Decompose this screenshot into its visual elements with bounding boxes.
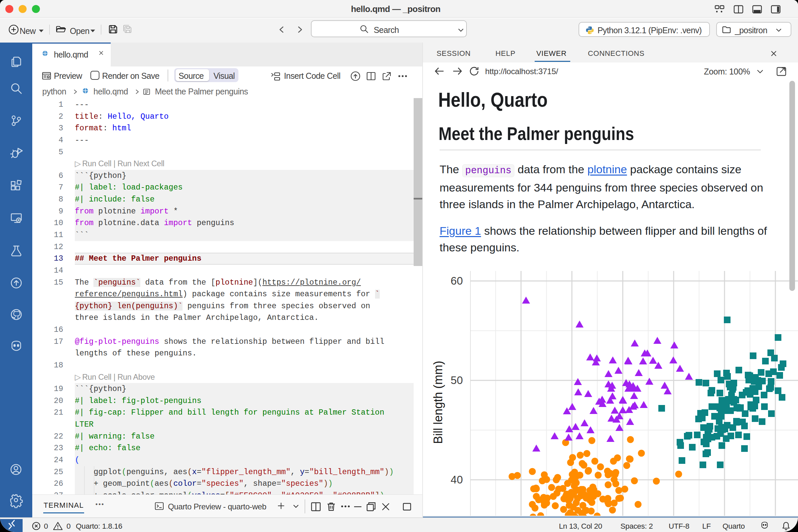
svg-text:50: 50 [451,374,463,386]
svg-text:40: 40 [451,474,463,486]
svg-text:Bill length (mm): Bill length (mm) [431,361,445,444]
svg-text:60: 60 [451,274,463,287]
